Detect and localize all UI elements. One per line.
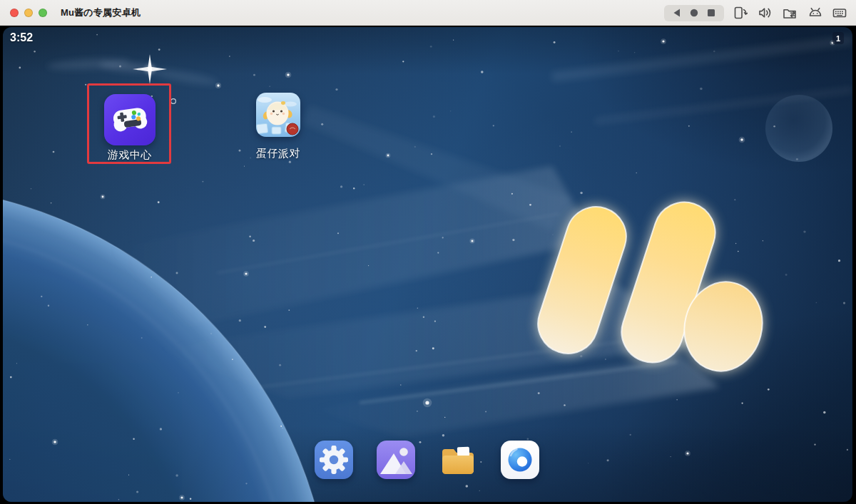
app-label: 游戏中心: [87, 148, 173, 162]
rotate-screen-icon: [732, 5, 748, 21]
gallery-icon[interactable]: [377, 441, 415, 479]
close-button[interactable]: [10, 9, 19, 17]
window-title: Mu酱の专属安卓机: [61, 6, 141, 19]
titlebar: Mu酱の专属安卓机: [0, 0, 856, 26]
recents-icon: [705, 6, 718, 19]
android-nav-group: [664, 5, 724, 21]
planet-top-right: [765, 95, 832, 162]
game-center-icon: [104, 94, 156, 145]
file-transfer-icon: [782, 5, 798, 21]
home-icon: [688, 6, 700, 19]
android-icon: [807, 5, 822, 21]
keyboard-icon: [832, 5, 847, 21]
rotate-screen-button[interactable]: [730, 4, 749, 22]
app-eggy-party[interactable]: 蛋仔派对: [235, 93, 321, 160]
status-bar: 3:52 1: [3, 27, 852, 48]
files-icon[interactable]: [439, 441, 477, 479]
dock: [315, 441, 539, 479]
file-transfer-button[interactable]: [780, 4, 799, 22]
clock: 3:52: [10, 31, 33, 44]
zoom-button[interactable]: [39, 9, 47, 17]
home-button[interactable]: [687, 6, 701, 20]
traffic-lights: [0, 9, 47, 17]
settings-icon[interactable]: [315, 441, 353, 479]
android-screen: 3:52 1: [0, 26, 856, 504]
page-indicator-badge: 1: [832, 32, 844, 44]
back-icon: [671, 6, 683, 19]
toolbar: [664, 0, 849, 26]
app-label: 蛋仔派对: [235, 147, 321, 160]
keyboard-button[interactable]: [830, 4, 849, 22]
back-button[interactable]: [670, 6, 684, 20]
recents-button[interactable]: [704, 6, 718, 20]
emulator-window: Mu酱の专属安卓机: [0, 0, 856, 504]
android-button[interactable]: [805, 4, 824, 22]
browser-icon[interactable]: [501, 441, 539, 479]
minimize-button[interactable]: [24, 9, 33, 17]
volume-button[interactable]: [755, 4, 774, 22]
app-game-center[interactable]: 游戏中心: [87, 94, 173, 162]
volume-icon: [757, 5, 773, 21]
wallpaper: 3:52 1: [3, 27, 852, 502]
eggy-party-icon: [256, 93, 300, 137]
